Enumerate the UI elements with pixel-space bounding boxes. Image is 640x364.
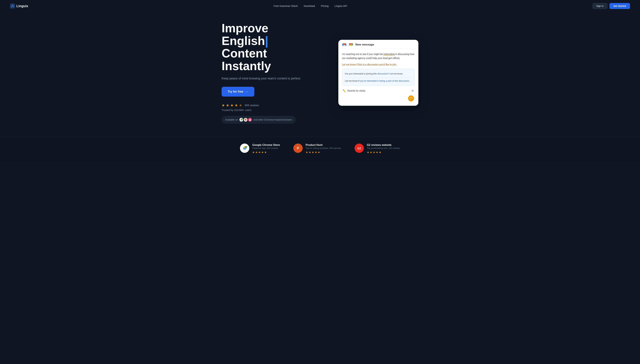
gmail-icon <box>342 43 347 46</box>
try-free-button[interactable]: Try for free → <box>222 87 254 96</box>
rewrite-left: ✏️ Rewrite for clarity <box>343 89 365 92</box>
star-2: ★ <box>226 103 229 108</box>
store-item-chrome: Google Chrome Store Featured App, 404 re… <box>240 144 280 154</box>
error-word: interesting <box>383 53 395 56</box>
ph-store-stars: ★ ★ ★ ★ ★ <box>306 151 341 154</box>
star-5-half: ★ <box>239 103 242 108</box>
logo[interactable]: Linguix <box>10 4 28 8</box>
star-1: ★ <box>222 103 225 108</box>
email-card: New message I'm reaching out to see if y… <box>338 40 418 106</box>
g2-store-name: G2 reviews website <box>367 144 400 146</box>
email-card-title: New message <box>355 43 374 46</box>
hero-title-line1: Improve <box>222 22 268 35</box>
hero-title-line3: Content Instantly <box>222 46 271 72</box>
g2-logo: G2 <box>354 144 364 153</box>
chrome-store-logo <box>240 144 249 153</box>
cursor-highlight: | <box>265 34 268 48</box>
chrome-store-subtitle: Featured App, 404 reviews <box>252 147 280 149</box>
navbar: Linguix Free Grammar Check Download Pric… <box>0 0 640 12</box>
chrome-icon <box>240 118 243 122</box>
edge-icon <box>248 118 252 122</box>
svg-point-15 <box>244 148 245 149</box>
svg-rect-0 <box>10 4 15 8</box>
email-sentence-yellow: Let me know if this is a discussion you'… <box>342 62 415 66</box>
nav-link-api[interactable]: Linguix API <box>334 4 347 7</box>
store-item-g2: G2 G2 reviews website Top proofreading t… <box>354 144 400 154</box>
suggestion-box: Are you interested in joining this discu… <box>342 69 415 86</box>
ph-store-info: Product Hunt Top #1 writing assistant, 6… <box>306 144 341 154</box>
available-on-text: Available on <box>225 118 238 121</box>
email-body: I'm reaching out to see if you might be … <box>338 49 418 106</box>
trash-icon[interactable]: 🗑 <box>411 89 414 92</box>
email-body-text: I'm reaching out to see if you might be … <box>342 52 415 60</box>
hero-title-line2: English| <box>222 34 268 48</box>
get-started-button[interactable]: Get Started <box>609 3 630 9</box>
store-item-ph: P Product Hunt Top #1 writing assistant,… <box>293 144 341 154</box>
ph-store-name: Product Hunt <box>306 144 341 146</box>
brave-icon <box>244 118 248 122</box>
g2-store-stars: ★ ★ ★ ★ ★ <box>367 151 400 154</box>
nav-link-grammar[interactable]: Free Grammar Check <box>274 4 298 7</box>
product-hunt-logo: P <box>293 144 303 153</box>
hero-section: Improve English| Content Instantly Keep … <box>211 12 429 137</box>
hero-subtitle: Keep peace of mind knowing your team's c… <box>222 76 308 81</box>
hero-left: Improve English| Content Instantly Keep … <box>222 22 308 124</box>
star-3: ★ <box>230 103 234 108</box>
chrome-store-info: Google Chrome Store Featured App, 404 re… <box>252 144 280 154</box>
star-4: ★ <box>235 103 238 108</box>
g2-store-subtitle: Top proofreading tool, 122 reviews <box>367 147 400 149</box>
browsers-rest-text: and other Chromium-based browsers <box>254 118 292 121</box>
arrow-icon: → <box>245 90 248 94</box>
rewrite-label: Rewrite for clarity <box>347 90 365 92</box>
nav-link-download[interactable]: Download <box>304 4 315 7</box>
svg-text:G2: G2 <box>357 147 361 150</box>
browser-icons <box>240 118 252 122</box>
suggestion-item-2: Let me know if you're interested in bein… <box>345 77 412 84</box>
trusted-text: Trusted by 210,000+ users <box>222 108 308 112</box>
ph-store-subtitle: Top #1 writing assistant, 646 upvotes <box>306 147 341 149</box>
email-card-header: New message <box>338 40 418 49</box>
nav-link-pricing[interactable]: Pricing <box>321 4 328 7</box>
bottom-bar: Google Chrome Store Featured App, 404 re… <box>0 137 640 160</box>
rewrite-row: ✏️ Rewrite for clarity 🗑 <box>342 88 415 94</box>
emoji-badge: 😊 <box>408 96 414 102</box>
sign-in-button[interactable]: Sign In <box>592 3 607 9</box>
reviews-count: 404 reviews <box>245 104 259 107</box>
rewrite-icon: ✏️ <box>343 89 346 92</box>
browsers-badge: Available on <box>222 116 296 124</box>
logo-text: Linguix <box>16 4 28 8</box>
reviews-section: ★ ★ ★ ★ ★ 404 reviews Trusted by 210,000… <box>222 103 308 112</box>
suggestion-item-1: Are you interested in joining this discu… <box>345 71 412 76</box>
bottom-bar-inner: Google Chrome Store Featured App, 404 re… <box>220 144 420 154</box>
nav-links: Free Grammar Check Download Pricing Ling… <box>274 4 347 8</box>
hero-title: Improve English| Content Instantly <box>222 22 308 72</box>
g2-store-info: G2 reviews website Top proofreading tool… <box>367 144 400 154</box>
gmail-m-icon <box>349 43 353 46</box>
svg-text:P: P <box>297 146 299 150</box>
nav-actions: Sign In Get Started <box>592 3 630 9</box>
chrome-store-stars: ★ ★ ★ ★ ★ <box>252 151 280 154</box>
stars-row: ★ ★ ★ ★ ★ 404 reviews <box>222 103 308 108</box>
chrome-store-name: Google Chrome Store <box>252 144 280 146</box>
